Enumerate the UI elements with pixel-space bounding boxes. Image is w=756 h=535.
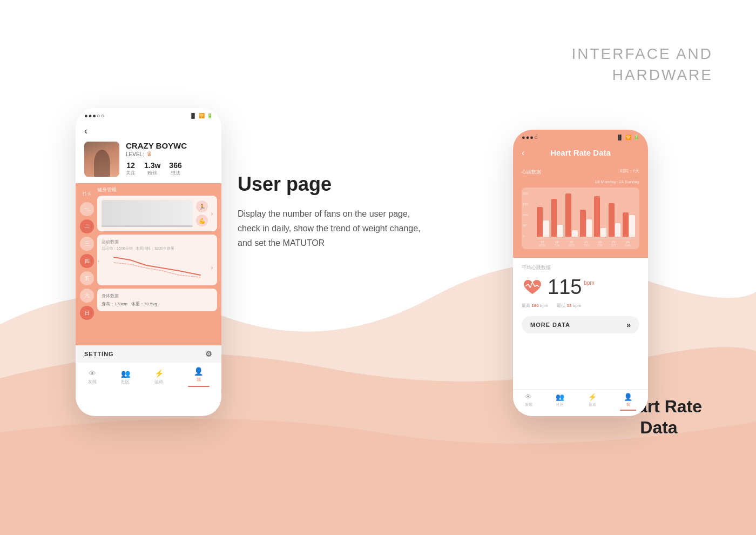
status-dots: ●●●○○ (84, 112, 105, 119)
bar-group-6 (609, 203, 621, 237)
heart-rate-data-header: Heart Rate Data (550, 148, 611, 157)
bpm-display: 115 bpm (522, 277, 639, 297)
bar-group-7 (623, 212, 635, 237)
bar-salmon-4 (580, 210, 586, 237)
lightning-icon: ⚡ (154, 369, 164, 378)
description-block: User page Display the number of fans on … (238, 173, 427, 251)
nav-item-5[interactable]: 五 (80, 271, 94, 285)
bar-group-4 (580, 210, 592, 237)
community-icon: 👥 (121, 369, 130, 378)
more-data-label: MORE DATA (530, 322, 570, 328)
x-label-7: 24 SUN (625, 240, 631, 247)
left-status-bar: ●●●○○ ▐▌ 🛜 🔋 (76, 108, 221, 121)
rp-nav-discover[interactable]: 👁 发现 (525, 393, 532, 411)
chart-section: 心跳数据 时间：7天 18 Monday~24 Sunday 200 150 1… (513, 163, 648, 258)
body-title: 身体数据 (102, 293, 213, 299)
bottom-nav: 👁 发现 👥 社区 ⚡ 运动 👤 我 (76, 363, 221, 393)
nav-arrow: › (98, 259, 99, 264)
status-icons: ▐▌ 🛜 🔋 (190, 113, 213, 118)
nav-community[interactable]: 👥 社区 (121, 369, 130, 385)
bar-group-2 (551, 199, 564, 237)
chart-date-range: 18 Monday~24 Sunday (522, 179, 639, 184)
bar-salmon-7 (623, 212, 629, 237)
max-value: 180 (531, 303, 538, 308)
user-page-heading: User page (238, 173, 427, 196)
left-phone-header: ‹ (76, 121, 221, 141)
right-status-bar: ●●●○ ▐▌ 🛜 🔋 (513, 130, 648, 143)
bar-white-3 (572, 230, 578, 237)
sidebar-nav: 打卡 一 二 三 四 › 五 六 日 (80, 186, 94, 342)
exercise-title: 运动数据 (102, 239, 213, 245)
body-content: 身体数据 身高：178cm 体重：70.5kg (97, 289, 217, 311)
heart-rate-section: 平均心跳数据 115 bpm 最高 180 (513, 258, 648, 389)
level: LEVEL: ♛ (126, 150, 213, 158)
right-back-button[interactable]: ‹ (522, 148, 524, 158)
bar-white-6 (615, 223, 621, 237)
y-axis-labels: 200 150 100 50 0 (522, 192, 529, 238)
nav-item-3[interactable]: 三 (80, 237, 94, 251)
stat-following: 12 关注 (126, 161, 136, 177)
health-arrow[interactable]: › (211, 211, 213, 217)
x-axis-line (537, 238, 635, 238)
bar-salmon-2 (551, 199, 557, 237)
right-bottom-nav: 👁 发现 👥 社区 ⚡ 运动 👤 我 (513, 389, 648, 416)
min-value: 53 (567, 303, 572, 308)
rp-eye-icon: 👁 (525, 393, 532, 401)
x-label-5: 22 FRI (598, 240, 602, 247)
bar-white-7 (629, 215, 635, 237)
gear-icon[interactable]: ⚙ (205, 350, 213, 358)
x-label-4: 21 THU (583, 240, 589, 247)
nav-item-6[interactable]: 六 (80, 289, 94, 303)
nav-me[interactable]: 👤 我 (188, 367, 210, 387)
exercise-card: 运动数据 总运动：1506分钟 本周消耗：$230卡路里 › (97, 235, 217, 285)
bpm-number: 115 (548, 277, 582, 297)
heart-svg (522, 278, 543, 297)
page-title: INTERFACE AND HARDWARE (572, 43, 713, 85)
bar-white-2 (557, 225, 563, 237)
bar-salmon-1 (537, 207, 543, 237)
nav-item-1[interactable]: 一 (80, 202, 94, 216)
body-card: 身体数据 身高：178cm 体重：70.5kg (97, 289, 217, 311)
username: CRAZY BOYWC (126, 141, 213, 150)
bar-white-4 (586, 219, 592, 237)
rp-nav-exercise[interactable]: ⚡ 运动 (588, 393, 597, 411)
nav-item-4[interactable]: 四 › (80, 254, 94, 268)
chart-period: 时间：7天 (620, 168, 639, 174)
bar-salmon-5 (594, 196, 600, 237)
nav-exercise[interactable]: ⚡ 运动 (154, 369, 164, 385)
more-data-arrow-icon: » (626, 320, 631, 329)
weight-graph (102, 200, 193, 227)
crown-icon: ♛ (146, 150, 152, 158)
checkin-label: 打卡 (83, 191, 91, 197)
bar-group-3 (565, 193, 578, 237)
min-stat: 最低 53 bpm (557, 303, 581, 309)
heart-pulse-icon (522, 278, 543, 297)
nav-item-7[interactable]: 日 (80, 306, 94, 320)
bpm-unit: bpm (584, 280, 594, 286)
right-status-dots: ●●●○ (522, 134, 538, 141)
profile-section: CRAZY BOYWC LEVEL: ♛ 12 关注 1.3w 粉丝 366 (76, 141, 221, 183)
setting-label: SETTING (84, 351, 114, 357)
rp-nav-me[interactable]: 👤 我 (620, 393, 636, 411)
more-data-button[interactable]: MORE DATA » (522, 316, 639, 333)
right-status-icons: ▐▌ 🛜 🔋 (616, 135, 639, 140)
person-icon: 👤 (194, 367, 203, 376)
stat-ideas: 366 想法 (169, 161, 181, 177)
main-content-area: 打卡 一 二 三 四 › 五 六 日 健身管理 (76, 183, 221, 345)
nav-item-2[interactable]: 二 (80, 219, 94, 233)
bar-group-1 (537, 207, 549, 237)
chart-title: 心跳数据 (522, 169, 541, 176)
health-label: 健身管理 (97, 186, 217, 193)
bar-salmon-3 (565, 193, 571, 237)
nav-active-indicator (188, 386, 210, 387)
rp-person-icon: 👤 (624, 393, 632, 401)
user-page-desc: Display the number of fans on the user p… (238, 206, 427, 251)
right-phone: ●●●○ ▐▌ 🛜 🔋 ‹ Heart Rate Data 心跳数据 时间：7天… (513, 130, 648, 416)
rp-nav-community[interactable]: 👥 社区 (556, 393, 564, 411)
heart-rate-stats: 最高 180 bpm 最低 53 bpm (522, 303, 639, 309)
back-button[interactable]: ‹ (84, 125, 87, 137)
setting-bar[interactable]: SETTING ⚙ (76, 345, 221, 363)
exercise-content: 运动数据 总运动：1506分钟 本周消耗：$230卡路里 › (97, 235, 217, 285)
health-card: 健身管理 🏃 💪 › (97, 186, 217, 231)
nav-discover[interactable]: 👁 发现 (88, 369, 97, 385)
